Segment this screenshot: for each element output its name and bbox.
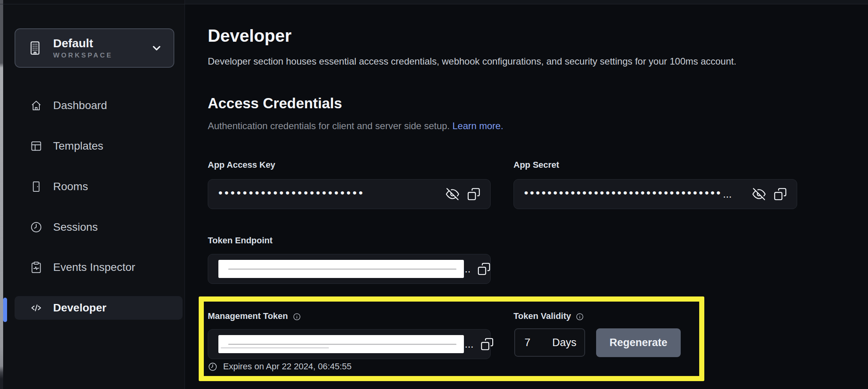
- regenerate-button[interactable]: Regenerate: [596, 328, 681, 357]
- management-token-field[interactable]: ...: [208, 329, 491, 359]
- sidebar-item-label: Dashboard: [53, 99, 107, 112]
- info-icon[interactable]: [576, 313, 584, 321]
- info-icon[interactable]: [293, 313, 301, 321]
- access-credentials-heading: Access Credentials: [208, 95, 342, 112]
- sidebar: Default WORKSPACE Dashboard: [3, 0, 185, 389]
- sidebar-item-templates[interactable]: Templates: [15, 134, 183, 158]
- header-divider: [0, 4, 868, 4]
- sidebar-item-events-inspector[interactable]: Events Inspector: [15, 256, 183, 279]
- token-validity-unit: Days: [552, 337, 576, 349]
- overflow-ellipsis: ..: [465, 263, 471, 275]
- clipboard-pulse-icon: [30, 261, 43, 274]
- chevron-down-icon: [150, 41, 163, 55]
- app-window: Default WORKSPACE Dashboard: [0, 0, 868, 389]
- app-access-key-field[interactable]: ••••••••••••••••••••••••: [208, 179, 491, 209]
- workspace-selector[interactable]: Default WORKSPACE: [15, 28, 174, 68]
- access-credentials-subtitle-text: Authentication credentials for client an…: [208, 120, 450, 131]
- clock-icon: [208, 362, 218, 372]
- active-nav-indicator: [3, 298, 7, 322]
- eye-off-icon[interactable]: [751, 186, 767, 202]
- access-credentials-subtitle: Authentication credentials for client an…: [208, 120, 503, 132]
- sidebar-item-developer[interactable]: Developer: [15, 296, 183, 320]
- workspace-type-label: WORKSPACE: [53, 52, 150, 59]
- copy-icon[interactable]: [772, 186, 788, 202]
- sidebar-item-dashboard[interactable]: Dashboard: [15, 94, 183, 117]
- sidebar-item-rooms[interactable]: Rooms: [15, 175, 183, 198]
- building-icon: [27, 40, 43, 56]
- templates-icon: [30, 140, 43, 152]
- app-secret-field[interactable]: •••••••••••••••••••••••••••••••••• ...: [513, 179, 797, 209]
- token-validity-label: Token Validity: [513, 311, 584, 321]
- token-expiry-text: Expires on Apr 22 2024, 06:45:55: [223, 361, 352, 372]
- sidebar-item-label: Events Inspector: [53, 261, 135, 274]
- token-endpoint-field[interactable]: ..: [208, 254, 491, 284]
- management-token-label: Management Token: [208, 311, 301, 321]
- door-icon: [30, 180, 43, 193]
- page-description: Developer section houses essential acces…: [208, 56, 736, 67]
- token-expiry-row: Expires on Apr 22 2024, 06:45:55: [208, 361, 352, 372]
- token-validity-value: 7: [524, 337, 530, 349]
- eye-off-icon[interactable]: [445, 186, 460, 202]
- copy-icon[interactable]: [476, 261, 492, 277]
- app-access-key-label: App Access Key: [208, 160, 275, 170]
- learn-more-link[interactable]: Learn more.: [452, 120, 503, 131]
- code-icon: [30, 302, 43, 314]
- copy-icon[interactable]: [466, 186, 482, 202]
- copy-icon[interactable]: [479, 336, 495, 352]
- window-edge-strip: [0, 0, 3, 389]
- overflow-ellipsis: ...: [465, 338, 474, 350]
- masked-value: ••••••••••••••••••••••••: [218, 186, 365, 200]
- masked-value: ••••••••••••••••••••••••••••••••••: [524, 186, 722, 200]
- sidebar-item-sessions[interactable]: Sessions: [15, 215, 183, 239]
- sidebar-item-label: Templates: [53, 140, 103, 152]
- sidebar-item-label: Sessions: [53, 221, 98, 233]
- workspace-name: Default: [53, 37, 150, 50]
- home-icon: [30, 99, 43, 112]
- token-endpoint-label: Token Endpoint: [208, 235, 273, 246]
- sidebar-item-label: Rooms: [53, 180, 88, 193]
- clock-icon: [30, 221, 43, 233]
- token-validity-input[interactable]: 7 Days: [514, 328, 585, 357]
- overflow-ellipsis: ...: [723, 188, 732, 200]
- workspace-text: Default WORKSPACE: [53, 37, 150, 59]
- redaction-overlay: [218, 260, 464, 278]
- sidebar-item-label: Developer: [53, 302, 106, 314]
- app-secret-label: App Secret: [513, 160, 559, 170]
- page-title: Developer: [208, 26, 292, 46]
- redaction-overlay: [218, 335, 464, 353]
